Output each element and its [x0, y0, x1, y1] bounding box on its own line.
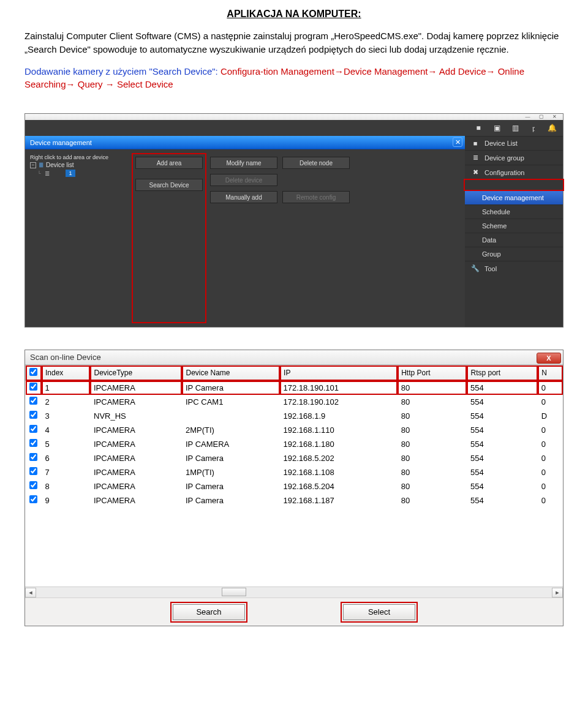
button-column-3: Delete node Remote config [282, 154, 350, 322]
cell-http: 80 [398, 395, 467, 409]
add-area-button[interactable]: Add area [135, 157, 203, 169]
table-row[interactable]: 7IPCAMERA1MP(TI)192.168.1.108805540 [26, 465, 563, 479]
row-checkbox[interactable] [29, 453, 37, 461]
cell-ip: 192.168.1.110 [280, 423, 398, 437]
search-device-button[interactable]: Search Device [135, 179, 203, 191]
cell-name: IP CAMERA [182, 437, 280, 451]
app-window: — ▢ ✕ ■ ▣ ▥ ꝼ 🔔 Device management ✕ Righ… [24, 113, 564, 328]
nav-device-management[interactable]: Device management [465, 190, 563, 204]
cell-name: IP Camera [182, 479, 280, 493]
table-row[interactable]: 5IPCAMERAIP CAMERA192.168.1.180805540 [26, 437, 563, 451]
nav-schedule[interactable]: Schedule [465, 204, 563, 219]
table-row[interactable]: 6IPCAMERAIP Camera192.168.5.202805540 [26, 451, 563, 465]
panel-title: Device management ✕ [25, 136, 465, 149]
row-checkbox[interactable] [29, 411, 37, 419]
nav-device-group[interactable]: ≣Device group [465, 150, 563, 165]
row-checkbox[interactable] [29, 425, 37, 433]
nav-device-list[interactable]: ■Device List [465, 136, 563, 150]
table-row[interactable]: 1IPCAMERAIP Camera172.18.190.101805540 [26, 381, 563, 395]
cell-type: IPCAMERA [90, 437, 182, 451]
tree-branch-icon: └ [36, 170, 42, 176]
cell-rtsp: 554 [467, 437, 538, 451]
horizontal-scrollbar[interactable]: ◄ ► [25, 586, 563, 598]
table-row[interactable]: 2IPCAMERAIPC CAM1172.18.190.102805540 [26, 395, 563, 409]
device-tree[interactable]: Right click to add area or device − ≣ De… [30, 154, 128, 322]
cell-http: 80 [398, 409, 467, 423]
col-n[interactable]: N [538, 365, 563, 381]
window-control-icons[interactable]: — ▢ ✕ [526, 114, 560, 119]
table-row[interactable]: 8IPCAMERAIP Camera192.168.5.204805540 [26, 479, 563, 493]
remote-config-button: Remote config [282, 191, 350, 203]
row-checkbox[interactable] [29, 383, 37, 391]
cell-rtsp: 554 [467, 381, 538, 395]
table-row[interactable]: 9IPCAMERAIP Camera192.168.1.187805540 [26, 493, 563, 508]
tool-icon: 🔧 [471, 264, 480, 272]
window-titlebar: — ▢ ✕ [25, 114, 563, 120]
scan-dialog-footer: Search Select [25, 598, 563, 626]
cell-n: 0 [538, 493, 563, 508]
col-index[interactable]: Index [42, 365, 91, 381]
cell-name: IP Camera [182, 493, 280, 508]
nav-scheme[interactable]: Scheme [465, 219, 563, 233]
row-checkbox[interactable] [29, 467, 37, 475]
tree-root[interactable]: − ≣ Device list [30, 162, 128, 168]
scroll-right-icon[interactable]: ► [552, 588, 563, 598]
cell-rtsp: 554 [467, 465, 538, 479]
col-devicetype[interactable]: DeviceType [90, 365, 182, 381]
cell-type: IPCAMERA [90, 479, 182, 493]
col-devicename[interactable]: Device Name [182, 365, 280, 381]
search-button[interactable]: Search [173, 604, 245, 620]
col-rtspport[interactable]: Rtsp port [467, 365, 538, 381]
scroll-thumb[interactable] [222, 588, 246, 596]
bell-icon[interactable]: 🔔 [547, 124, 557, 132]
cell-index: 8 [42, 479, 91, 493]
panel-close-icon[interactable]: ✕ [453, 137, 462, 147]
cell-index: 6 [42, 451, 91, 465]
side-nav: ■Device List ≣Device group ✖Configuratio… [465, 136, 563, 327]
tree-child[interactable]: 1 [66, 170, 75, 177]
table-row[interactable]: 4IPCAMERA2MP(TI)192.168.1.110805540 [26, 423, 563, 437]
cell-n: 0 [538, 451, 563, 465]
row-checkbox[interactable] [29, 439, 37, 447]
col-ip[interactable]: IP [280, 365, 398, 381]
row-checkbox[interactable] [29, 495, 37, 503]
row-checkbox[interactable] [29, 481, 37, 489]
manually-add-button[interactable]: Manually add [210, 191, 277, 203]
row-checkbox[interactable] [29, 397, 37, 405]
calendar-icon[interactable]: ▥ [510, 124, 520, 132]
table-row[interactable]: 3NVR_HS192.168.1.980554D [26, 409, 563, 423]
close-icon[interactable]: X [537, 353, 561, 364]
tree-collapse-icon[interactable]: − [30, 162, 36, 168]
cell-http: 80 [398, 437, 467, 451]
cell-rtsp: 554 [467, 479, 538, 493]
nav-data[interactable]: Data [465, 233, 563, 247]
nav-tool[interactable]: 🔧Tool [465, 261, 563, 275]
cell-ip: 172.18.190.101 [280, 381, 398, 395]
cell-http: 80 [398, 451, 467, 465]
delete-node-button[interactable]: Delete node [282, 157, 350, 169]
list-icon: ≣ [39, 162, 43, 168]
cell-ip: 192.168.5.204 [280, 479, 398, 493]
col-httpport[interactable]: Http Port [398, 365, 467, 381]
nav-group[interactable]: Group [465, 247, 563, 261]
cell-n: 0 [538, 423, 563, 437]
cell-http: 80 [398, 381, 467, 395]
cell-http: 80 [398, 465, 467, 479]
nav-configuration[interactable]: ✖Configuration [465, 165, 563, 179]
cell-n: 0 [538, 479, 563, 493]
doc-paragraph-2: Dodawanie kamery z użyciem "Search Devic… [24, 65, 564, 92]
folder-icon[interactable]: ▣ [492, 124, 502, 132]
header-checkbox[interactable] [26, 365, 42, 381]
cell-http: 80 [398, 479, 467, 493]
modify-name-button[interactable]: Modify name [210, 157, 277, 169]
cell-name: IP Camera [182, 381, 280, 395]
key-icon[interactable]: ꝼ [529, 124, 538, 132]
red-highlight-box [465, 180, 563, 190]
button-column-1: Add area Search Device [133, 154, 205, 322]
camera-icon[interactable]: ■ [473, 124, 483, 132]
select-button[interactable]: Select [343, 604, 415, 620]
cell-ip: 192.168.1.187 [280, 493, 398, 508]
scroll-left-icon[interactable]: ◄ [25, 588, 36, 598]
cell-index: 3 [42, 409, 91, 423]
cell-name: 1MP(TI) [182, 465, 280, 479]
